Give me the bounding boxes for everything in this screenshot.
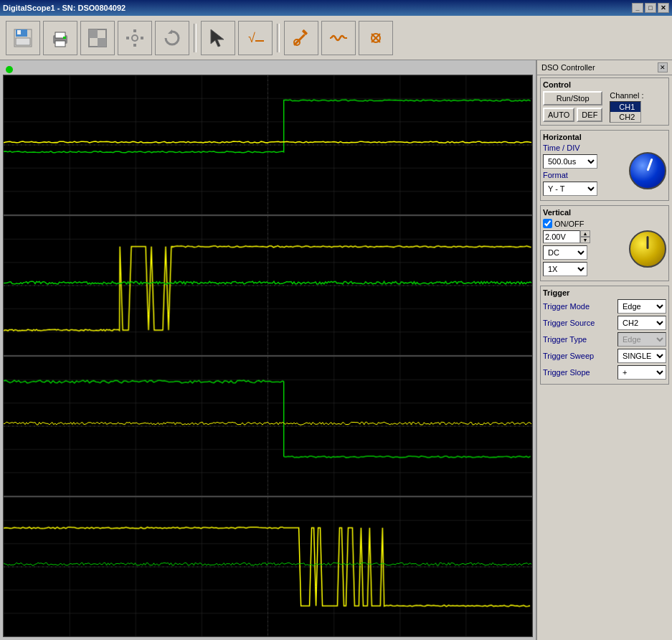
waveform-no: NO ▶	[3, 497, 533, 637]
horizontal-knob-indicator	[647, 159, 653, 171]
tools-button[interactable]	[284, 21, 318, 55]
channel-ch2-item[interactable]: CH2	[610, 112, 640, 122]
vertical-knob-indicator	[647, 236, 649, 249]
volt-down-button[interactable]: ▼	[580, 237, 590, 243]
channel-ch1-item[interactable]: CH1	[610, 102, 640, 112]
maximize-button[interactable]: □	[645, 3, 656, 13]
volt-up-button[interactable]: ▲	[580, 230, 590, 237]
channel-list: CH1 CH2	[610, 101, 641, 123]
window-title: DigitalScope1 - SN: DSO0804092	[3, 4, 126, 12]
math-button[interactable]	[321, 21, 356, 55]
trigger-slope-select[interactable]: +	[617, 365, 666, 380]
coupling-select[interactable]: DC	[543, 245, 587, 260]
control-section: Control Run/Stop AUTO DEF Channel : CH1 …	[540, 77, 669, 126]
save-button[interactable]	[6, 21, 40, 55]
probe-select[interactable]: 1X	[543, 262, 587, 276]
waveform-canvas-qa	[4, 75, 532, 215]
trigger-type-select[interactable]: Edge	[617, 332, 666, 347]
svg-rect-9	[89, 29, 98, 38]
auto-button[interactable]: AUTO	[543, 108, 574, 122]
svg-rect-15	[126, 37, 129, 39]
svg-rect-10	[98, 38, 106, 47]
status-indicator	[6, 66, 13, 73]
scope-display: ▼ QA ▶ ◀ NC ▶	[0, 60, 536, 640]
trigger-sweep-label: Trigger Sweep	[543, 352, 594, 360]
waveform-qb: QB ▶ ◀	[3, 356, 533, 497]
fft-button[interactable]	[359, 21, 393, 55]
run-stop-button[interactable]: Run/Stop	[543, 91, 602, 105]
svg-text:√: √	[248, 31, 255, 45]
toolbar-separator	[194, 24, 197, 52]
onoff-label: ON/OFF	[554, 220, 585, 228]
svg-marker-17	[168, 29, 172, 34]
horizontal-section: Horizontal Time / DIV 500.0us Format	[540, 130, 669, 201]
title-bar: DigitalScope1 - SN: DSO0804092 _ □ ✕	[0, 0, 672, 16]
trigger-section: Trigger Trigger Mode Edge Trigger Source…	[540, 286, 669, 385]
trigger-source-select[interactable]: CH2	[617, 316, 666, 330]
svg-rect-7	[63, 37, 66, 39]
control-section-title: Control	[543, 80, 666, 89]
minimize-button[interactable]: _	[632, 3, 643, 13]
svg-rect-3	[16, 38, 30, 45]
waveform-nc: NC ▶	[3, 215, 533, 356]
waveform-container: ▼ QA ▶ ◀ NC ▶	[3, 75, 533, 637]
trigger-sweep-select[interactable]: SINGLE	[617, 349, 666, 363]
dso-panel: DSO Controller ✕ Control Run/Stop AUTO D…	[536, 60, 672, 640]
trigger-source-label: Trigger Source	[543, 319, 595, 327]
close-button[interactable]: ✕	[658, 3, 669, 13]
svg-rect-13	[133, 29, 136, 32]
settings-button[interactable]	[118, 21, 152, 55]
volt-spinbox-buttons: ▲ ▼	[580, 230, 590, 243]
svg-point-12	[133, 36, 137, 40]
svg-rect-16	[141, 37, 143, 39]
def-button[interactable]: DEF	[577, 108, 602, 122]
channel-label: Channel :	[610, 91, 643, 100]
view-button[interactable]	[80, 21, 115, 55]
dso-title-bar: DSO Controller ✕	[537, 60, 672, 75]
vertical-section: Vertical ON/OFF ▲ ▼	[540, 205, 669, 281]
dso-close-button[interactable]: ✕	[658, 62, 668, 72]
toolbar: √	[0, 16, 672, 60]
vertical-section-title: Vertical	[543, 208, 666, 217]
waveform-canvas-no	[4, 497, 532, 636]
horizontal-knob[interactable]	[629, 152, 666, 189]
format-select[interactable]: Y - T	[543, 182, 597, 196]
trigger-mode-label: Trigger Mode	[543, 302, 590, 311]
horizontal-section-title: Horizontal	[543, 133, 666, 141]
waveform-canvas-qb	[4, 357, 532, 496]
trigger-mode-select[interactable]: Edge	[617, 299, 666, 314]
svg-rect-14	[133, 44, 136, 47]
toolbar-separator-2	[277, 24, 280, 52]
measure-button[interactable]: √	[238, 21, 273, 55]
dso-title: DSO Controller	[541, 63, 595, 72]
svg-marker-18	[211, 29, 224, 47]
volt-spinbox: ▲ ▼	[543, 230, 590, 243]
time-div-label: Time / DIV	[543, 143, 580, 152]
trigger-type-label: Trigger Type	[543, 335, 587, 344]
refresh-button[interactable]	[155, 21, 189, 55]
window-controls: _ □ ✕	[632, 3, 669, 13]
trigger-slope-label: Trigger Slope	[543, 368, 590, 377]
format-label: Format	[543, 171, 568, 179]
svg-rect-2	[17, 30, 21, 34]
main-area: ▼ QA ▶ ◀ NC ▶	[0, 60, 672, 640]
waveform-canvas-nc	[4, 216, 532, 355]
svg-rect-6	[55, 41, 65, 47]
waveform-qa: ▼ QA ▶ ◀	[3, 75, 533, 215]
volt-input[interactable]	[543, 230, 580, 243]
trigger-section-title: Trigger	[543, 288, 666, 297]
cursor-button[interactable]	[201, 21, 235, 55]
print-button[interactable]	[43, 21, 77, 55]
onoff-checkbox[interactable]	[543, 219, 552, 228]
time-div-select[interactable]: 500.0us	[543, 154, 597, 169]
vertical-knob[interactable]	[629, 230, 666, 268]
